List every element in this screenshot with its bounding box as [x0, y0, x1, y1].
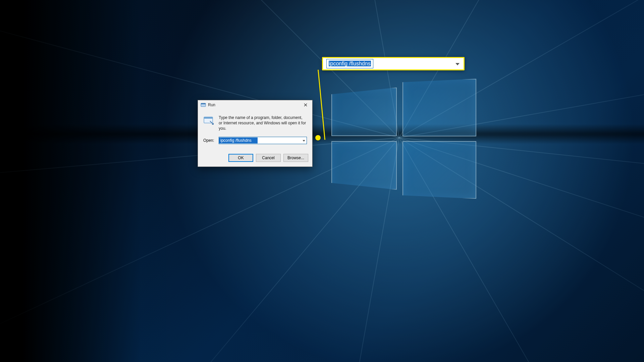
- open-combobox[interactable]: ipconfig /flushdns: [219, 137, 307, 144]
- callout-connector-line: [318, 70, 325, 140]
- run-title: Run: [208, 103, 300, 107]
- ok-button[interactable]: OK: [228, 154, 253, 162]
- open-command-text: ipconfig /flushdns: [219, 137, 258, 143]
- run-program-icon: [203, 115, 214, 126]
- browse-button[interactable]: Browse...: [283, 154, 308, 162]
- run-titlebar: Run: [198, 100, 312, 110]
- windows-logo-icon: [331, 79, 482, 193]
- callout-command-text: ipconfig /flushdns: [329, 61, 371, 66]
- svg-rect-3: [204, 117, 213, 119]
- chevron-down-icon: [455, 61, 460, 67]
- close-button[interactable]: [300, 100, 311, 110]
- desktop-wallpaper: Run Type the name of a program, folder, …: [0, 0, 644, 362]
- run-description: Type the name of a program, folder, docu…: [219, 115, 307, 131]
- svg-rect-1: [201, 103, 206, 104]
- callout-anchor-dot: [315, 135, 321, 140]
- run-titlebar-icon: [201, 102, 206, 108]
- chevron-down-icon: [303, 138, 305, 142]
- callout-combobox: ipconfig /flushdns: [326, 59, 373, 68]
- callout-zoom-box: ipconfig /flushdns: [322, 57, 465, 70]
- run-dialog: Run Type the name of a program, folder, …: [198, 100, 313, 167]
- light-beams: [0, 0, 644, 362]
- run-button-row: OK Cancel Browse...: [198, 150, 312, 167]
- cancel-button[interactable]: Cancel: [256, 154, 281, 162]
- open-label: Open:: [203, 138, 215, 143]
- close-icon: [304, 103, 307, 107]
